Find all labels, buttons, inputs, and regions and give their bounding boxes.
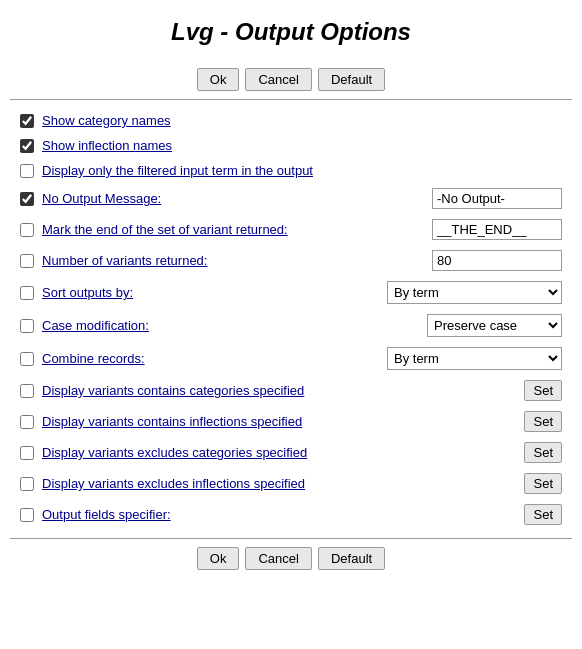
- checkbox-show-inflection-names[interactable]: [20, 139, 34, 153]
- set-button-display-contains-inflections[interactable]: Set: [524, 411, 562, 432]
- option-row-output-fields-specifier: Output fields specifier:Set: [20, 499, 562, 530]
- label-output-fields-specifier[interactable]: Output fields specifier:: [42, 507, 171, 522]
- checkbox-mark-end-of-set[interactable]: [20, 223, 34, 237]
- set-button-display-excludes-categories[interactable]: Set: [524, 442, 562, 463]
- checkbox-combine-records[interactable]: [20, 352, 34, 366]
- label-no-output-message[interactable]: No Output Message:: [42, 191, 161, 206]
- checkbox-display-excludes-inflections[interactable]: [20, 477, 34, 491]
- select-case-modification[interactable]: Preserve caseLowercaseUppercase: [427, 314, 562, 337]
- set-button-output-fields-specifier[interactable]: Set: [524, 504, 562, 525]
- label-show-category-names[interactable]: Show category names: [42, 113, 171, 128]
- checkbox-output-fields-specifier[interactable]: [20, 508, 34, 522]
- label-number-of-variants[interactable]: Number of variants returned:: [42, 253, 207, 268]
- checkbox-display-contains-inflections[interactable]: [20, 415, 34, 429]
- default-button-bottom[interactable]: Default: [318, 547, 385, 570]
- ok-button-top[interactable]: Ok: [197, 68, 240, 91]
- checkbox-display-excludes-categories[interactable]: [20, 446, 34, 460]
- option-row-display-contains-categories: Display variants contains categories spe…: [20, 375, 562, 406]
- options-area: Show category namesShow inflection names…: [0, 100, 582, 538]
- option-row-mark-end-of-set: Mark the end of the set of variant retur…: [20, 214, 562, 245]
- label-show-inflection-names[interactable]: Show inflection names: [42, 138, 172, 153]
- option-row-no-output-message: No Output Message:: [20, 183, 562, 214]
- checkbox-case-modification[interactable]: [20, 319, 34, 333]
- page-title: Lvg - Output Options: [0, 0, 582, 60]
- input-mark-end-of-set[interactable]: [432, 219, 562, 240]
- label-mark-end-of-set[interactable]: Mark the end of the set of variant retur…: [42, 222, 288, 237]
- checkbox-number-of-variants[interactable]: [20, 254, 34, 268]
- label-display-excludes-inflections[interactable]: Display variants excludes inflections sp…: [42, 476, 305, 491]
- option-row-show-category-names: Show category names: [20, 108, 562, 133]
- option-row-display-filtered-input: Display only the filtered input term in …: [20, 158, 562, 183]
- option-row-display-excludes-categories: Display variants excludes categories spe…: [20, 437, 562, 468]
- label-display-excludes-categories[interactable]: Display variants excludes categories spe…: [42, 445, 307, 460]
- option-row-sort-outputs-by: Sort outputs by:By termBy categoryBy inf…: [20, 276, 562, 309]
- checkbox-show-category-names[interactable]: [20, 114, 34, 128]
- option-row-number-of-variants: Number of variants returned:: [20, 245, 562, 276]
- input-no-output-message[interactable]: [432, 188, 562, 209]
- label-sort-outputs-by[interactable]: Sort outputs by:: [42, 285, 133, 300]
- checkbox-display-contains-categories[interactable]: [20, 384, 34, 398]
- set-button-display-excludes-inflections[interactable]: Set: [524, 473, 562, 494]
- label-display-filtered-input[interactable]: Display only the filtered input term in …: [42, 163, 313, 178]
- label-display-contains-inflections[interactable]: Display variants contains inflections sp…: [42, 414, 302, 429]
- top-button-bar: Ok Cancel Default: [0, 60, 582, 99]
- option-row-display-excludes-inflections: Display variants excludes inflections sp…: [20, 468, 562, 499]
- set-button-display-contains-categories[interactable]: Set: [524, 380, 562, 401]
- select-sort-outputs-by[interactable]: By termBy categoryBy inflectionAlphabeti…: [387, 281, 562, 304]
- ok-button-bottom[interactable]: Ok: [197, 547, 240, 570]
- bottom-button-bar: Ok Cancel Default: [0, 539, 582, 578]
- input-number-of-variants[interactable]: [432, 250, 562, 271]
- select-combine-records[interactable]: By termBy categoryBy inflection: [387, 347, 562, 370]
- option-row-combine-records: Combine records:By termBy categoryBy inf…: [20, 342, 562, 375]
- label-case-modification[interactable]: Case modification:: [42, 318, 149, 333]
- option-row-case-modification: Case modification:Preserve caseLowercase…: [20, 309, 562, 342]
- checkbox-sort-outputs-by[interactable]: [20, 286, 34, 300]
- default-button-top[interactable]: Default: [318, 68, 385, 91]
- checkbox-display-filtered-input[interactable]: [20, 164, 34, 178]
- cancel-button-bottom[interactable]: Cancel: [245, 547, 311, 570]
- label-display-contains-categories[interactable]: Display variants contains categories spe…: [42, 383, 304, 398]
- label-combine-records[interactable]: Combine records:: [42, 351, 145, 366]
- option-row-show-inflection-names: Show inflection names: [20, 133, 562, 158]
- cancel-button-top[interactable]: Cancel: [245, 68, 311, 91]
- option-row-display-contains-inflections: Display variants contains inflections sp…: [20, 406, 562, 437]
- checkbox-no-output-message[interactable]: [20, 192, 34, 206]
